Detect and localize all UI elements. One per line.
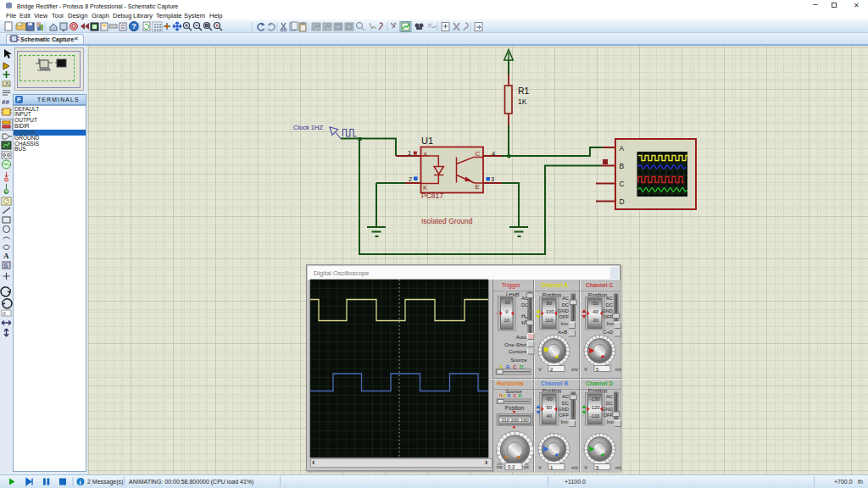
svg-text:B: B — [506, 364, 510, 369]
svg-text:U1: U1 — [421, 136, 433, 146]
svg-text:DC: DC — [562, 401, 569, 406]
svg-text:40: 40 — [547, 413, 552, 419]
svg-text:D: D — [519, 393, 522, 398]
svg-text:-130: -130 — [590, 396, 600, 402]
svg-text:50: 50 — [547, 405, 552, 410]
svg-text:C: C — [513, 364, 517, 369]
svg-text:R1: R1 — [518, 86, 530, 96]
svg-text:V: V — [538, 465, 542, 470]
svg-text:110: 110 — [545, 318, 553, 323]
svg-text:OFF: OFF — [603, 314, 613, 319]
svg-text:GND: GND — [558, 407, 569, 412]
svg-text:Position: Position — [505, 405, 525, 411]
svg-text:i: i — [80, 479, 81, 486]
svg-text:mV: mV — [571, 465, 579, 470]
svg-text:mV: mV — [615, 367, 621, 372]
svg-text:A: A — [423, 151, 428, 158]
svg-text:-10: -10 — [504, 300, 510, 305]
svg-text:GND: GND — [602, 407, 613, 412]
svg-text:OFF: OFF — [559, 314, 569, 319]
svg-text:0.2: 0.2 — [508, 464, 515, 469]
svg-text:3: 3 — [491, 175, 494, 183]
svg-text:mV: mV — [571, 367, 579, 372]
svg-text:One-Shot: One-Shot — [504, 342, 526, 347]
svg-text:D: D — [520, 364, 524, 369]
svg-text:210 200 190: 210 200 190 — [501, 418, 528, 423]
svg-text:s: s — [496, 311, 498, 315]
svg-text:K: K — [423, 184, 428, 191]
svg-text:Isolated Ground: Isolated Ground — [421, 217, 473, 225]
svg-text:Cursors: Cursors — [509, 349, 526, 354]
svg-text:90: 90 — [547, 301, 552, 306]
svg-text:V: V — [584, 367, 587, 372]
svg-text:Clock 1HZ: Clock 1HZ — [293, 124, 323, 131]
svg-text:200: 200 — [497, 463, 502, 466]
svg-text:V: V — [584, 465, 587, 470]
svg-text:GND: GND — [602, 308, 613, 313]
svg-text:1: 1 — [408, 149, 411, 157]
svg-text:-120: -120 — [590, 405, 600, 410]
svg-text:B: B — [508, 393, 511, 398]
svg-text:-30: -30 — [592, 318, 598, 323]
svg-text:AC: AC — [562, 394, 569, 399]
svg-text:AC: AC — [562, 296, 569, 301]
svg-text:DC: DC — [562, 302, 569, 308]
svg-text:-100: -100 — [544, 309, 554, 314]
svg-text:-40: -40 — [592, 309, 598, 314]
svg-text:mV: mV — [615, 465, 621, 470]
svg-text:Source: Source — [510, 358, 527, 363]
svg-text:-50: -50 — [592, 301, 598, 306]
svg-text:10: 10 — [504, 318, 509, 323]
svg-text:A: A — [499, 364, 504, 369]
svg-text:A: A — [504, 393, 507, 398]
svg-text:1K: 1K — [518, 97, 527, 106]
svg-text:A+B: A+B — [558, 330, 567, 335]
svg-text:4: 4 — [492, 150, 495, 158]
svg-text:DC: DC — [606, 302, 613, 308]
svg-text:OFF: OFF — [603, 413, 613, 418]
svg-text:A: A — [620, 144, 625, 152]
svg-text:B: B — [620, 162, 625, 170]
svg-text:C+D: C+D — [603, 330, 613, 335]
svg-text:GND: GND — [558, 308, 569, 313]
svg-text:Auto: Auto — [516, 335, 527, 340]
svg-text:D: D — [620, 197, 625, 206]
svg-text:0.5: 0.5 — [525, 463, 529, 466]
svg-text:E: E — [476, 183, 480, 191]
svg-text:DC: DC — [606, 401, 613, 406]
svg-text:AC: AC — [606, 394, 613, 399]
svg-text:PC817: PC817 — [421, 191, 443, 200]
svg-text:0: 0 — [505, 309, 508, 314]
svg-text:2: 2 — [409, 175, 412, 183]
svg-text:V: V — [538, 367, 542, 372]
svg-text:AC: AC — [606, 296, 613, 301]
svg-text:C: C — [514, 393, 517, 398]
svg-text:OFF: OFF — [559, 413, 569, 418]
svg-text:-60: -60 — [546, 396, 553, 402]
svg-text:-110: -110 — [590, 413, 599, 419]
svg-text:C: C — [620, 180, 625, 188]
